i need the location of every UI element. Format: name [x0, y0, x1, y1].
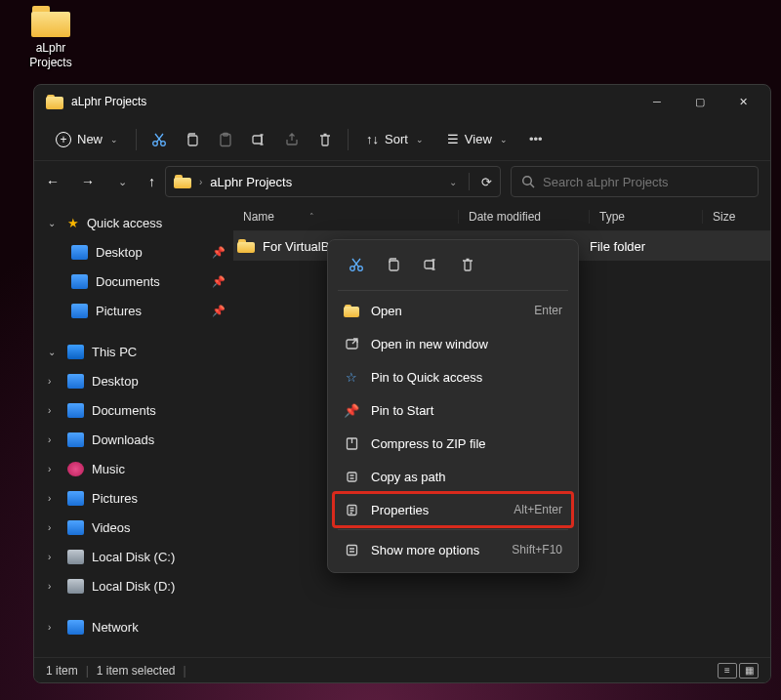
properties-icon	[344, 502, 359, 517]
ctx-pin-quick-access[interactable]: ☆Pin to Quick access	[334, 360, 572, 393]
sidebar-item-this-pc[interactable]: ⌄This PC	[34, 337, 233, 366]
sidebar-item-pictures[interactable]: Pictures📌	[34, 296, 233, 325]
share-button[interactable]	[277, 125, 307, 154]
status-bar: 1 item | 1 item selected | ≡ ▦	[34, 657, 770, 682]
title-bar[interactable]: aLphr Projects ─ ▢ ✕	[34, 85, 770, 118]
ctx-rename-button[interactable]	[414, 250, 447, 279]
ctx-delete-button[interactable]	[451, 250, 484, 279]
search-box[interactable]	[511, 166, 759, 197]
navigation-pane: ⌄★Quick access Desktop📌 Documents📌 Pictu…	[34, 202, 233, 657]
minimize-button[interactable]: ─	[636, 87, 678, 116]
svg-point-6	[523, 177, 532, 185]
star-icon: ☆	[344, 369, 359, 385]
sidebar-item-pc-pictures[interactable]: ›Pictures	[34, 483, 233, 513]
ctx-properties[interactable]: PropertiesAlt+Enter	[334, 493, 572, 526]
svg-rect-5	[253, 136, 262, 144]
sidebar-item-pc-documents[interactable]: ›Documents	[34, 395, 233, 425]
search-icon	[521, 175, 535, 188]
svg-rect-9	[390, 261, 398, 270]
sidebar-item-local-c[interactable]: ›Local Disk (C:)	[34, 542, 233, 571]
view-icon: ☰	[447, 132, 459, 146]
more-options-icon	[344, 542, 359, 557]
ctx-copy-path[interactable]: Copy as path	[334, 460, 572, 493]
back-button[interactable]: ←	[46, 174, 60, 189]
col-date[interactable]: Date modified	[458, 210, 589, 224]
refresh-button[interactable]: ⟳	[481, 175, 492, 189]
sort-button[interactable]: ↑↓ Sort ⌄	[356, 127, 433, 151]
pin-icon: 📌	[344, 402, 359, 418]
command-bar: + New ⌄ ↑↓ Sort ⌄ ☰ View ⌄ •••	[34, 118, 770, 161]
chevron-right-icon: ›	[199, 177, 202, 187]
address-path[interactable]: aLphr Projects	[210, 175, 292, 189]
pin-icon: 📌	[212, 305, 226, 317]
status-count: 1 item	[46, 664, 78, 678]
col-name[interactable]: Name	[243, 210, 274, 224]
desktop-folder[interactable]: aLphr Projects	[16, 6, 86, 70]
recent-button[interactable]: ⌄	[118, 176, 127, 188]
sidebar-item-desktop[interactable]: Desktop📌	[34, 237, 233, 267]
svg-rect-2	[188, 136, 197, 145]
column-headers[interactable]: Name˄ Date modified Type Size	[233, 202, 770, 231]
ctx-open[interactable]: OpenEnter	[334, 294, 572, 327]
plus-circle-icon: +	[56, 132, 71, 147]
sidebar-item-pc-desktop[interactable]: ›Desktop	[34, 366, 233, 395]
sidebar-item-quick-access[interactable]: ⌄★Quick access	[34, 208, 233, 237]
pin-icon: 📌	[212, 246, 226, 259]
context-menu: OpenEnter Open in new window ☆Pin to Qui…	[327, 239, 579, 573]
sidebar-item-local-d[interactable]: ›Local Disk (D:)	[34, 571, 233, 600]
window-title: aLphr Projects	[71, 95, 636, 108]
chevron-down-icon: ⌄	[110, 135, 118, 144]
ctx-compress-zip[interactable]: Compress to ZIP file	[334, 427, 572, 460]
thumbnails-view-button[interactable]: ▦	[739, 663, 759, 679]
ctx-cut-button[interactable]	[340, 250, 373, 279]
ctx-show-more[interactable]: Show more optionsShift+F10	[334, 533, 572, 566]
zip-icon	[344, 435, 359, 451]
sidebar-item-network[interactable]: ›Network	[34, 612, 233, 641]
delete-button[interactable]	[310, 125, 340, 154]
sort-icon: ↑↓	[366, 132, 379, 146]
ctx-open-new-window[interactable]: Open in new window	[334, 327, 572, 360]
ctx-pin-start[interactable]: 📌Pin to Start	[334, 393, 572, 427]
sidebar-item-documents[interactable]: Documents📌	[34, 267, 233, 296]
chevron-down-icon: ⌄	[500, 135, 508, 144]
more-button[interactable]: •••	[521, 125, 551, 154]
chevron-down-icon[interactable]: ⌄	[449, 177, 457, 187]
forward-button[interactable]: →	[81, 174, 95, 189]
sidebar-item-pc-downloads[interactable]: ›Downloads	[34, 425, 233, 454]
rename-button[interactable]	[244, 125, 273, 154]
col-size[interactable]: Size	[702, 210, 770, 224]
ctx-copy-button[interactable]	[377, 250, 410, 279]
maximize-button[interactable]: ▢	[678, 87, 721, 116]
cut-button[interactable]	[144, 125, 174, 154]
folder-open-icon	[344, 303, 359, 318]
search-input[interactable]	[543, 175, 748, 189]
copy-path-icon	[344, 469, 359, 484]
paste-button[interactable]	[211, 125, 240, 154]
details-view-button[interactable]: ≡	[718, 663, 737, 679]
pin-icon: 📌	[212, 275, 226, 288]
close-button[interactable]: ✕	[721, 87, 764, 116]
folder-icon	[31, 6, 70, 37]
svg-rect-10	[425, 261, 433, 268]
view-button[interactable]: ☰ View ⌄	[437, 127, 517, 151]
file-explorer-window: aLphr Projects ─ ▢ ✕ + New ⌄ ↑↓ Sort ⌄ ☰…	[33, 84, 771, 683]
address-bar[interactable]: › aLphr Projects ⌄ ⟳	[165, 166, 501, 197]
status-selected: 1 item selected	[97, 664, 176, 678]
up-button[interactable]: ↑	[148, 174, 155, 189]
svg-rect-13	[348, 473, 356, 481]
copy-button[interactable]	[178, 125, 207, 154]
open-new-window-icon	[344, 336, 359, 351]
desktop-folder-label: aLphr Projects	[16, 41, 86, 70]
sidebar-item-pc-music[interactable]: ›Music	[34, 454, 233, 483]
svg-rect-15	[347, 545, 356, 555]
navigation-row: ← → ⌄ ↑ › aLphr Projects ⌄ ⟳	[34, 161, 770, 202]
new-button[interactable]: + New ⌄	[46, 127, 128, 152]
col-type[interactable]: Type	[589, 210, 702, 224]
sidebar-item-pc-videos[interactable]: ›Videos	[34, 513, 233, 542]
file-list: Name˄ Date modified Type Size For Virtua…	[233, 202, 770, 657]
sort-asc-icon: ˄	[309, 212, 314, 222]
folder-icon	[237, 239, 255, 253]
folder-icon	[46, 95, 63, 109]
folder-icon	[174, 175, 191, 188]
chevron-down-icon: ⌄	[416, 135, 424, 144]
